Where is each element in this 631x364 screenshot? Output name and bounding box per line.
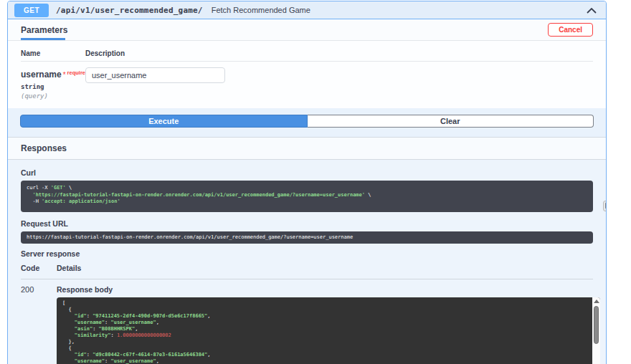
- response-body-block: [ { "id": "97411245-2df4-490d-907d-d5e6c…: [57, 297, 600, 364]
- server-response-row: 200 Response body [ { "id": "97411245-2d…: [21, 279, 600, 364]
- parameters-title: Parameters: [21, 25, 67, 35]
- responses-content: Curl curl -X 'GET' \ 'https://fastapi-tu…: [8, 160, 606, 364]
- collapse-button[interactable]: [584, 4, 599, 17]
- clipboard-icon: [605, 201, 607, 211]
- scroll-up-arrow-icon[interactable]: [594, 300, 599, 303]
- parameter-row: username*required string (query): [21, 62, 593, 100]
- response-details-cell: Response body [ { "id": "97411245-2df4-4…: [57, 284, 600, 364]
- required-asterisk: *: [63, 71, 66, 79]
- scrollbar-thumb[interactable]: [594, 306, 599, 344]
- operation-block-get: GET /api/v1/user_recommended_game/ Fetch…: [7, 1, 607, 364]
- parameter-location: (query): [21, 92, 85, 100]
- endpoint-summary[interactable]: GET /api/v1/user_recommended_game/ Fetch…: [8, 1, 606, 19]
- responses-section-header: Responses: [8, 137, 606, 160]
- endpoint-description: Fetch Recommended Game: [212, 6, 310, 14]
- parameters-table: Name Description username*required strin…: [8, 41, 606, 108]
- name-column-header: Name: [21, 49, 85, 57]
- execute-wrapper: Execute Clear: [8, 108, 606, 137]
- response-body-scrollbar[interactable]: [592, 297, 600, 364]
- parameter-description-cell: [85, 67, 225, 100]
- server-response-label: Server response: [21, 249, 600, 258]
- parameters-section-header: Parameters Cancel: [8, 19, 606, 41]
- description-column-header: Description: [85, 49, 125, 57]
- cancel-button[interactable]: Cancel: [548, 23, 593, 37]
- clear-button[interactable]: Clear: [308, 115, 594, 128]
- parameter-type: string: [21, 83, 85, 90]
- chevron-up-icon: [587, 5, 597, 16]
- curl-command-block: curl -X 'GET' \ 'https://fastapi-tutoria…: [21, 181, 593, 212]
- request-url-block: https://fastapi-tutorial-fastapi-on-rend…: [21, 231, 593, 244]
- parameter-name: username: [21, 70, 62, 80]
- server-response-table-head: Code Details: [21, 258, 593, 279]
- response-body-label: Response body: [57, 285, 600, 294]
- code-column-header: Code: [21, 264, 57, 272]
- response-body-json: [ { "id": "97411245-2df4-490d-907d-d5e6c…: [57, 297, 592, 364]
- parameters-tab-underline: [21, 38, 65, 40]
- request-url-label: Request URL: [21, 219, 600, 228]
- username-input[interactable]: [85, 67, 225, 83]
- status-code: 200: [21, 284, 57, 364]
- parameter-name-cell: username*required string (query): [21, 67, 85, 100]
- responses-title: Responses: [21, 143, 67, 153]
- http-method-badge: GET: [14, 4, 49, 17]
- parameters-table-head: Name Description: [21, 45, 593, 62]
- endpoint-path: /api/v1/user_recommended_game/: [56, 6, 203, 15]
- copy-curl-button[interactable]: [603, 201, 607, 211]
- curl-label: Curl: [21, 168, 600, 177]
- execute-button[interactable]: Execute: [20, 115, 308, 128]
- details-column-header: Details: [57, 264, 81, 272]
